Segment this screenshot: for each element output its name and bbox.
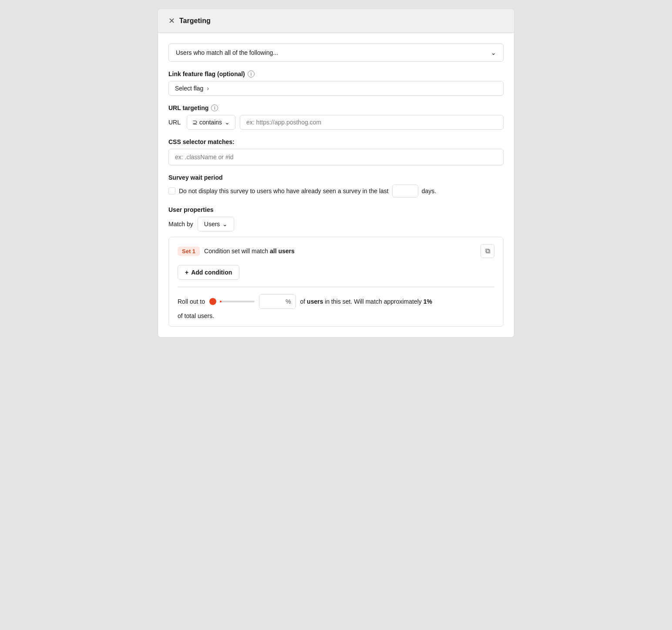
survey-wait-section: Survey wait period Do not display this s… [168, 174, 504, 198]
slider-container [209, 298, 255, 305]
copy-icon: ⧉ [485, 247, 490, 255]
wait-period-checkbox[interactable] [168, 188, 175, 194]
rollout-bold: users [307, 298, 323, 305]
contains-chevron-icon: ⌄ [225, 119, 230, 126]
chevron-right-icon: › [207, 85, 209, 92]
close-icon[interactable]: ✕ [168, 17, 175, 25]
condition-set-prefix: Condition set will match [204, 248, 270, 255]
rollout-label: Roll out to [178, 298, 205, 305]
rollout-row: Roll out to 1 % of users in [178, 294, 494, 309]
rollout-desc: of users in this set. Will match approxi… [300, 298, 432, 305]
panel-body: Users who match all of the following... … [158, 33, 514, 337]
match-dropdown[interactable]: Users who match all of the following... … [168, 44, 504, 62]
users-dropdown-label: Users [204, 221, 220, 228]
css-selector-label: CSS selector matches: [168, 138, 504, 145]
select-flag-button[interactable]: Select flag › [168, 81, 504, 96]
set-badge: Set 1 [178, 247, 200, 256]
days-input[interactable] [392, 184, 418, 198]
condition-set-header-left: Set 1 Condition set will match all users [178, 247, 295, 256]
feature-flag-label: Link feature flag (optional) i [168, 70, 504, 77]
percent-symbol: % [286, 295, 295, 308]
wait-period-text: Do not display this survey to users who … [179, 188, 389, 194]
user-properties-section: User properties Match by Users ⌄ Set 1 C… [168, 206, 504, 327]
url-contains-label: ⊇ contains [192, 119, 222, 126]
copy-set-button[interactable]: ⧉ [480, 244, 494, 258]
user-properties-label: User properties [168, 206, 504, 213]
wait-period-row: Do not display this survey to users who … [168, 184, 504, 198]
slider-fill [220, 301, 222, 302]
rollout-second-line: of total users. [178, 312, 494, 319]
url-targeting-section: URL targeting i URL ⊇ contains ⌄ [168, 104, 504, 130]
plus-icon: + [185, 269, 188, 276]
css-selector-input[interactable] [168, 149, 504, 165]
days-label: days. [422, 188, 436, 194]
panel-title: Targeting [179, 17, 211, 25]
rollout-suffix: in this set. Will match approximately [323, 298, 423, 305]
survey-wait-label: Survey wait period [168, 174, 504, 181]
select-flag-label: Select flag [175, 85, 203, 92]
feature-flag-section: Link feature flag (optional) i Select fl… [168, 70, 504, 96]
url-info-icon[interactable]: i [211, 104, 218, 111]
users-chevron-icon: ⌄ [222, 221, 228, 228]
slider-track[interactable] [220, 301, 255, 302]
match-dropdown-label: Users who match all of the following... [176, 49, 278, 56]
rollout-approx-bold: 1% [423, 298, 432, 305]
condition-set-box: Set 1 Condition set will match all users… [168, 237, 504, 327]
add-condition-label: Add condition [191, 269, 232, 276]
add-condition-button[interactable]: + Add condition [178, 265, 239, 280]
users-dropdown[interactable]: Users ⌄ [198, 217, 235, 231]
percent-input[interactable]: 1 [259, 295, 286, 308]
url-targeting-label: URL targeting i [168, 104, 504, 111]
percent-input-wrapper: 1 % [259, 294, 296, 309]
info-icon[interactable]: i [248, 70, 255, 77]
match-by-label: Match by [168, 221, 193, 228]
slider-dot[interactable] [209, 298, 216, 305]
condition-set-header: Set 1 Condition set will match all users… [178, 244, 494, 258]
divider [178, 287, 494, 287]
url-input[interactable] [240, 115, 504, 130]
condition-set-bold: all users [270, 248, 295, 255]
match-by-row: Match by Users ⌄ [168, 217, 504, 231]
url-label: URL [168, 119, 182, 126]
condition-set-desc: Condition set will match all users [204, 248, 295, 255]
url-contains-dropdown[interactable]: ⊇ contains ⌄ [187, 115, 235, 130]
chevron-down-icon: ⌄ [491, 49, 496, 56]
panel-header: ✕ Targeting [158, 9, 514, 33]
rollout-desc-text: of [300, 298, 307, 305]
css-selector-section: CSS selector matches: [168, 138, 504, 165]
targeting-panel: ✕ Targeting Users who match all of the f… [158, 9, 514, 338]
rollout-section: Roll out to 1 % of users in [178, 294, 494, 319]
url-targeting-row: URL ⊇ contains ⌄ [168, 115, 504, 130]
